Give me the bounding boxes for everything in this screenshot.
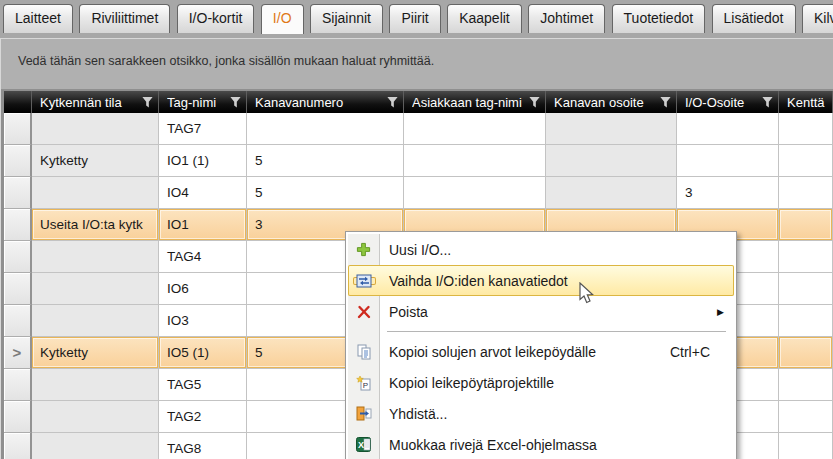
cell-kentta[interactable] <box>779 177 833 209</box>
tab-laitteet[interactable]: Laitteet <box>3 4 73 33</box>
tab-strip: Laitteet Riviliittimet I/O-kortit I/O Si… <box>0 0 833 38</box>
tab-io[interactable]: I/O <box>261 4 304 34</box>
cell-tag-nimi[interactable]: IO4 <box>159 177 247 209</box>
cell-asiakkaan-tag-nimi[interactable] <box>404 177 546 209</box>
cell-kytkennan-tila[interactable]: Kytketty <box>32 337 159 369</box>
filter-icon[interactable] <box>762 97 773 108</box>
cell-kentta[interactable] <box>779 433 833 459</box>
menu-item-yhdista[interactable]: Yhdistä... <box>348 398 734 429</box>
cell-tag-nimi[interactable]: TAG4 <box>159 241 247 273</box>
tab-io-kortit[interactable]: I/O-kortit <box>177 4 255 33</box>
current-row-indicator[interactable]: > <box>4 337 32 369</box>
shortcut-label: Ctrl+C <box>670 344 734 360</box>
cell-kanavanumero[interactable]: 5 <box>247 177 404 209</box>
cell-kytkennan-tila[interactable] <box>32 273 159 305</box>
cell-kytkennan-tila[interactable]: Useita I/O:ta kytk <box>32 209 159 241</box>
cell-kanavanumero[interactable] <box>247 113 404 145</box>
cell-tag-nimi[interactable]: IO1 (1) <box>159 145 247 177</box>
cell-io-osoite[interactable] <box>677 113 779 145</box>
cell-kytkennan-tila[interactable] <box>32 177 159 209</box>
row-indicator[interactable] <box>4 273 32 305</box>
column-header-kentta[interactable]: Kenttä <box>779 91 833 113</box>
filter-icon[interactable] <box>529 97 540 108</box>
cell-kentta[interactable] <box>779 145 833 177</box>
tab-sijainnit[interactable]: Sijainnit <box>310 4 383 33</box>
cell-kentta[interactable] <box>779 209 833 241</box>
cell-tag-nimi[interactable]: IO6 <box>159 273 247 305</box>
cell-kentta[interactable] <box>779 273 833 305</box>
cell-tag-nimi[interactable]: TAG2 <box>159 401 247 433</box>
row-indicator[interactable] <box>4 433 32 459</box>
menu-item-poista[interactable]: Poista ▶ <box>348 296 734 327</box>
merge-icon <box>348 406 379 421</box>
column-header-kytkennan-tila[interactable]: Kytkennän tila <box>32 91 159 113</box>
cell-kytkennan-tila[interactable] <box>32 305 159 337</box>
column-header-tag-nimi[interactable]: Tag-nimi <box>159 91 247 113</box>
filter-icon[interactable] <box>230 97 241 108</box>
cell-kentta[interactable] <box>779 401 833 433</box>
group-by-hint-text: Vedä tähän sen sarakkeen otsikko, jonka … <box>18 54 434 68</box>
cell-kanavan-osoite[interactable] <box>546 177 677 209</box>
cell-kentta[interactable] <box>779 113 833 145</box>
cell-kentta[interactable] <box>779 305 833 337</box>
tab-tuotetiedot[interactable]: Tuotetiedot <box>612 4 706 33</box>
cell-asiakkaan-tag-nimi[interactable] <box>404 113 546 145</box>
tab-riviliittimet[interactable]: Riviliittimet <box>79 4 170 33</box>
cell-tag-nimi[interactable]: IO1 <box>159 209 247 241</box>
column-header-io-osoite[interactable]: I/O-Osoite <box>677 91 779 113</box>
cell-kanavanumero[interactable]: 5 <box>247 145 404 177</box>
row-indicator[interactable] <box>4 369 32 401</box>
menu-item-vaihda-kanavatiedot[interactable]: Vaihda I/O:iden kanavatiedot <box>348 265 734 296</box>
cell-kentta[interactable] <box>779 337 833 369</box>
tab-lisatiedot[interactable]: Lisätiedot <box>712 4 796 33</box>
swap-channels-icon <box>348 274 379 288</box>
copy-icon <box>348 344 379 360</box>
cell-tag-nimi[interactable]: TAG7 <box>159 113 247 145</box>
row-indicator[interactable] <box>4 145 32 177</box>
tab-piirit[interactable]: Piirit <box>389 4 440 33</box>
filter-icon[interactable] <box>387 97 398 108</box>
cell-tag-nimi[interactable]: TAG8 <box>159 433 247 459</box>
submenu-arrow-icon: ▶ <box>717 307 734 317</box>
row-indicator[interactable] <box>4 209 32 241</box>
cell-kytkennan-tila[interactable] <box>32 369 159 401</box>
filter-icon[interactable] <box>660 97 671 108</box>
row-indicator[interactable] <box>4 241 32 273</box>
svg-text:X: X <box>358 440 364 450</box>
excel-icon: X <box>348 437 379 452</box>
row-indicator[interactable] <box>4 305 32 337</box>
new-io-icon <box>348 242 379 257</box>
cell-asiakkaan-tag-nimi[interactable] <box>404 145 546 177</box>
cell-tag-nimi[interactable]: TAG5 <box>159 369 247 401</box>
cell-kanavan-osoite[interactable] <box>546 145 677 177</box>
cell-kytkennan-tila[interactable] <box>32 401 159 433</box>
cell-io-osoite[interactable] <box>677 145 779 177</box>
filter-icon[interactable] <box>142 97 153 108</box>
cell-kytkennan-tila[interactable] <box>32 241 159 273</box>
cell-kanavan-osoite[interactable] <box>546 113 677 145</box>
row-indicator[interactable] <box>4 401 32 433</box>
cell-tag-nimi[interactable]: IO3 <box>159 305 247 337</box>
row-indicator[interactable] <box>4 113 32 145</box>
tab-johtimet[interactable]: Johtimet <box>528 4 605 33</box>
menu-item-kopioi-solut[interactable]: Kopioi solujen arvot leikepöydälle Ctrl+… <box>348 336 734 367</box>
cell-tag-nimi[interactable]: IO5 (1) <box>159 337 247 369</box>
cell-kentta[interactable] <box>779 241 833 273</box>
cell-io-osoite[interactable]: 3 <box>677 177 779 209</box>
cell-kytkennan-tila[interactable] <box>32 113 159 145</box>
row-indicator[interactable] <box>4 177 32 209</box>
column-header-kanavanumero[interactable]: Kanavanumero <box>247 91 404 113</box>
cell-kytkennan-tila[interactable] <box>32 433 159 459</box>
tab-kaapelit[interactable]: Kaapelit <box>447 4 522 33</box>
tab-kilvet[interactable]: Kilvet <box>802 4 833 33</box>
delete-icon <box>348 305 379 319</box>
menu-item-uusi-io[interactable]: Uusi I/O... <box>348 234 734 265</box>
cell-kentta[interactable] <box>779 369 833 401</box>
cell-kytkennan-tila[interactable]: Kytketty <box>32 145 159 177</box>
menu-item-kopioi-projektille[interactable]: P Kopioi leikepöytäprojektille <box>348 367 734 398</box>
menu-item-muokkaa-excel[interactable]: X Muokkaa rivejä Excel-ohjelmassa <box>348 429 734 459</box>
table-row: Kytketty IO1 (1) 5 <box>4 145 833 177</box>
column-header-kanavan-osoite[interactable]: Kanavan osoite <box>546 91 677 113</box>
column-header-asiakkaan-tag-nimi[interactable]: Asiakkaan tag-nimi <box>404 91 546 113</box>
group-by-drop-zone[interactable]: Vedä tähän sen sarakkeen otsikko, jonka … <box>1 39 833 88</box>
